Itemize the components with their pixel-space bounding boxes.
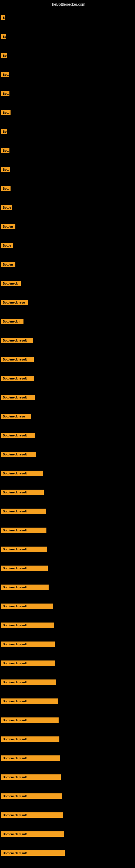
result-badge: Bottle <box>1 243 13 248</box>
result-badge: Bottleneck result <box>1 622 54 628</box>
list-item: Bottleneck result <box>0 731 135 747</box>
result-badge: Bottleneck result <box>1 585 49 590</box>
result-badge: Bottle <box>1 205 12 210</box>
result-badge: Bottl <box>1 110 10 115</box>
result-badge: Bottleneck result <box>1 737 59 742</box>
list-item: Bottleneck result <box>0 693 135 709</box>
result-badge: Bot <box>1 53 7 58</box>
list-item: Bot <box>0 48 135 64</box>
list-item: Bottleneck result <box>0 541 135 557</box>
list-item: Bottleneck resu <box>0 408 135 425</box>
result-badge: Bottleneck result <box>1 831 64 837</box>
result-badge: Bott <box>1 72 9 77</box>
list-item: Bottleneck result <box>0 427 135 443</box>
list-item: Bottleneck result <box>0 712 135 728</box>
list-item: Bottleneck result <box>0 484 135 500</box>
list-item: Bo <box>0 29 135 45</box>
result-badge: Bottlen <box>1 262 15 267</box>
result-badge: Bot <box>1 129 7 134</box>
list-item: Bottleneck result <box>0 617 135 633</box>
result-badge: Bottleneck result <box>1 717 58 723</box>
list-item: Bottleneck <box>0 275 135 291</box>
result-badge: Bott <box>1 167 10 172</box>
result-badge: Bottleneck result <box>1 376 34 381</box>
list-item: Bottleneck resu <box>0 294 135 311</box>
list-item: Bott <box>0 143 135 159</box>
list-item: Bottleneck result <box>0 465 135 482</box>
list-item: Bott <box>0 86 135 102</box>
list-item: Bott <box>0 161 135 178</box>
list-item: Bottleneck result <box>0 522 135 538</box>
list-item: Bottleneck result <box>0 674 135 690</box>
result-badge: Bottleneck result <box>1 812 63 818</box>
result-badge: Bottleneck result <box>1 433 35 438</box>
list-item: Bottleneck result <box>0 389 135 405</box>
list-item: Bottleneck result <box>0 370 135 386</box>
list-item: Bottleneck result <box>0 560 135 577</box>
list-item: Bottleneck result <box>0 788 135 804</box>
result-badge: Bottleneck result <box>1 603 53 609</box>
result-badge: Bottleneck result <box>1 452 36 457</box>
list-item: Bottlen <box>0 218 135 235</box>
result-badge: Bottleneck result <box>1 471 43 476</box>
result-badge: Bottleneck result <box>1 794 62 799</box>
list-item: Bottleneck result <box>0 332 135 348</box>
result-badge: Bottleneck result <box>1 755 60 761</box>
result-badge: Bottleneck resu <box>1 300 28 305</box>
result-badge: Bott <box>1 186 10 191</box>
list-item: Bottleneck result <box>0 598 135 614</box>
list-item: Bottl <box>0 104 135 121</box>
result-badge: Bottleneck result <box>1 699 58 704</box>
list-item: Bottle <box>0 237 135 254</box>
list-item: B <box>0 9 135 26</box>
result-badge: Bott <box>1 91 9 96</box>
result-badge: Bo <box>1 34 6 39</box>
list-item: Bottleneck result <box>0 579 135 595</box>
result-badge: B <box>1 15 5 20</box>
result-badge: Bottleneck result <box>1 338 33 343</box>
list-item: Bottleneck result <box>0 446 135 463</box>
list-item: Bottlen <box>0 256 135 273</box>
list-item: Bottleneck r <box>0 313 135 330</box>
list-item: Bottleneck result <box>0 655 135 671</box>
result-badge: Bottleneck result <box>1 490 44 495</box>
list-item: Bottleneck result <box>0 750 135 766</box>
result-badge: Bottleneck result <box>1 680 56 685</box>
result-badge: Bottleneck result <box>1 660 55 666</box>
result-badge: Bottleneck result <box>1 850 65 856</box>
result-badge: Bottlen <box>1 224 15 229</box>
result-badge: Bottleneck result <box>1 528 46 533</box>
result-badge: Bottleneck result <box>1 395 35 400</box>
result-badge: Bott <box>1 148 9 153</box>
list-item: Bottle <box>0 199 135 216</box>
result-badge: Bottleneck result <box>1 774 61 780</box>
list-item: Bottleneck result <box>0 351 135 368</box>
list-item: Bottleneck result <box>0 807 135 823</box>
result-badge: Bottleneck result <box>1 508 46 514</box>
result-badge: Bottleneck result <box>1 547 47 552</box>
list-item: Bottleneck result <box>0 769 135 785</box>
list-item: Bot <box>0 123 135 140</box>
result-badge: Bottleneck result <box>1 642 55 647</box>
list-item: Bott <box>0 66 135 83</box>
result-badge: Bottleneck result <box>1 565 48 571</box>
list-item: Bottleneck result <box>0 503 135 520</box>
result-badge: Bottleneck resu <box>1 414 31 419</box>
list-item: Bottleneck result <box>0 826 135 842</box>
result-badge: Bottleneck <box>1 281 21 286</box>
result-badge: Bottleneck r <box>1 319 24 324</box>
list-item: Bottleneck result <box>0 636 135 652</box>
list-item: Bott <box>0 180 135 197</box>
result-badge: Bottleneck result <box>1 357 34 362</box>
list-item: Bottleneck result <box>0 845 135 861</box>
